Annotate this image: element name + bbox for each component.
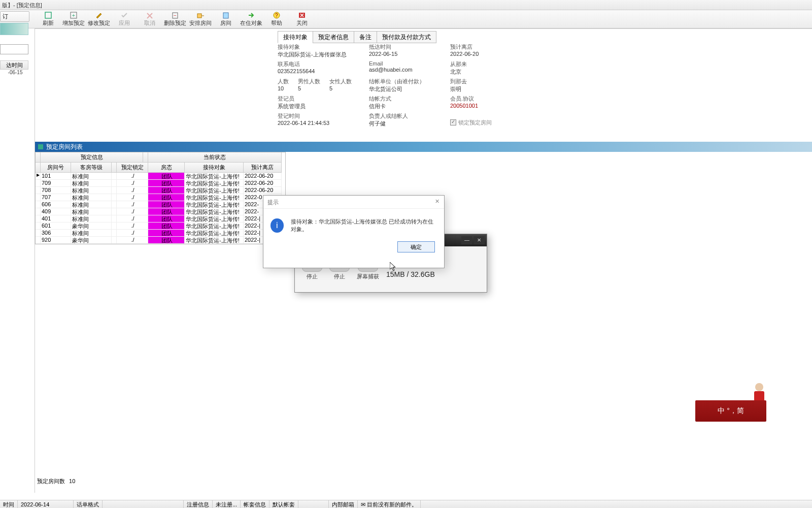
status-acct-label: 帐套信息: [241, 500, 269, 509]
col-room[interactable]: 房间号: [41, 163, 71, 173]
edit-icon: [95, 12, 103, 19]
val-guest: 华北国际货运-上海传媒张总: [278, 51, 359, 58]
apply-button[interactable]: 应用: [112, 10, 137, 28]
dialog-ok-button[interactable]: 确定: [397, 241, 435, 252]
cancel-icon: [146, 12, 154, 19]
edit-booking-button[interactable]: 修改预定: [86, 10, 112, 28]
room-count-bar: 预定房间数 10: [35, 478, 812, 485]
svg-rect-0: [45, 12, 51, 18]
status-reg-label: 注册信息: [184, 500, 213, 509]
add-icon: +: [70, 12, 78, 19]
assign-icon: [196, 12, 205, 19]
status-bar: 时间 2022-06-14 22:42:01 话单格式 注册信息 未注册... …: [0, 500, 812, 508]
status-mail-label: 内部邮箱: [329, 500, 358, 509]
lock-room-label: 锁定预定房间: [458, 119, 492, 126]
room-button[interactable]: 房间: [213, 10, 239, 28]
val-count: 10: [278, 85, 289, 91]
val-regtime: 2022-06-14 21:44:53: [278, 120, 359, 126]
status-format: 话单格式: [74, 500, 103, 509]
label-paymethod: 结帐方式: [369, 95, 440, 103]
val-member[interactable]: 200501001: [450, 103, 521, 109]
val-departure: 2022-06-20: [450, 51, 521, 57]
label-departure: 预计离店: [450, 43, 521, 51]
refresh-icon: [44, 12, 52, 19]
checkin-button[interactable]: 在住对象: [239, 10, 264, 28]
close-button[interactable]: 关闭: [289, 10, 315, 28]
table-row[interactable]: 606 标准间 ./ 团队 华北国际货运-上海传! 2022-: [36, 201, 285, 208]
label-from: 从那来: [450, 60, 521, 68]
check-icon: [120, 12, 128, 19]
tab-guest[interactable]: 接待对象: [278, 31, 313, 43]
label-guest: 接待对象: [278, 43, 359, 51]
col-guest[interactable]: 接待对象: [185, 163, 244, 173]
table-row[interactable]: 709 标准间 ./ 团队 华北国际货运-上海传! 2022-06-20: [36, 180, 285, 187]
table-row[interactable]: 920 豪华间 ./ 团队 华北国际货运-上海传! 2022-|: [36, 237, 285, 244]
ime-indicator[interactable]: 中 °，简: [695, 400, 766, 422]
col-status[interactable]: 房态: [148, 163, 185, 173]
status-reg: 未注册...: [213, 500, 241, 509]
col-grade[interactable]: 客房等级: [71, 163, 112, 173]
table-row[interactable]: 306 标准间 ./ 团队 华北国际货运-上海传! 2022-|: [36, 230, 285, 237]
refresh-button[interactable]: 刷新: [36, 10, 61, 28]
tab-remark[interactable]: 备注: [354, 31, 377, 43]
detail-tabs: 接待对象 预定者信息 备注 预付款及付款方式: [278, 31, 436, 43]
left-panel-fragment: 订 达时间 -06-15: [0, 10, 30, 71]
val-arrival: 2022-06-15: [369, 51, 440, 57]
recorder-minimize[interactable]: —: [461, 236, 472, 244]
grid-group-status: 当前状态: [148, 152, 282, 163]
table-row[interactable]: ▶ 101 标准间 ./ 团队 华北国际货运-上海传! 2022-06-20: [36, 173, 285, 180]
dialog-close-button[interactable]: ✕: [433, 198, 441, 206]
col-dep[interactable]: 预计离店: [244, 163, 282, 173]
val-registrar: 系统管理员: [278, 103, 359, 110]
val-phone: 023522155644: [278, 68, 359, 74]
main-toolbar: 刷新 +增加预定 修改预定 应用 取消 −删除预定 安排房间 房间 在住对象 ?…: [0, 10, 812, 28]
svg-text:+: +: [72, 13, 75, 18]
delete-icon: −: [171, 12, 179, 19]
label-regtime: 登记时间: [278, 112, 359, 120]
label-payer: 负责人或结帐人: [369, 112, 440, 120]
delete-booking-button[interactable]: −删除预定: [162, 10, 188, 28]
table-row[interactable]: 708 标准间 ./ 团队 华北国际货运-上海传! 2022-06-20: [36, 187, 285, 194]
val-email: asd@huabei.com: [369, 67, 440, 73]
label-member: 会员.协议: [450, 95, 521, 103]
svg-text:?: ?: [275, 13, 278, 18]
dialog-title: 提示✕: [263, 196, 444, 209]
info-dialog: 提示✕ i 接待对象：华北国际货运-上海传媒张总 已经成功转为在住对象。 确定: [263, 195, 445, 268]
status-time: 2022-06-14 22:42:01: [18, 500, 74, 509]
help-button[interactable]: ?帮助: [264, 10, 289, 28]
col-lock[interactable]: 预定锁定: [117, 163, 148, 173]
val-paymethod: 信用卡: [369, 103, 440, 110]
grid-group-booking: 预定信息: [41, 152, 143, 163]
table-row[interactable]: 707 标准间 ./ 团队 华北国际货运-上海传! 2022-0: [36, 194, 285, 201]
val-from: 北京: [450, 68, 521, 76]
recorder-size: 15MB / 32.6GB: [386, 270, 446, 278]
label-registrar: 登记员: [278, 95, 359, 103]
tab-booker[interactable]: 预定者信息: [313, 31, 354, 43]
close-icon: [298, 12, 306, 19]
left-tab[interactable]: 订: [0, 11, 29, 22]
status-mail: ✉ 目前没有新的邮件。: [358, 500, 421, 509]
cancel-button[interactable]: 取消: [137, 10, 162, 28]
svg-rect-5: [197, 14, 201, 18]
val-payer: 何子健: [369, 120, 440, 128]
add-booking-button[interactable]: +增加预定: [61, 10, 86, 28]
table-row[interactable]: 601 豪华间 ./ 团队 华北国际货运-上海传! 2022-|: [36, 223, 285, 230]
tab-payment[interactable]: 预付款及付款方式: [377, 31, 436, 43]
arrow-right-icon: [247, 12, 255, 19]
dialog-message: 接待对象：华北国际货运-上海传媒张总 已经成功转为在住对象。: [291, 218, 437, 233]
val-male: 5: [298, 85, 320, 91]
label-to: 到那去: [450, 78, 521, 85]
label-male: 男性人数: [298, 78, 320, 85]
svg-rect-17: [754, 391, 764, 401]
table-row[interactable]: 409 标准间 ./ 团队 华北国际货运-上海传! 2022-: [36, 208, 285, 215]
val-to: 崇明: [450, 85, 521, 93]
mail-icon: ✉: [361, 501, 365, 507]
table-row[interactable]: 401 标准间 ./ 团队 华北国际货运-上海传! 2022-|: [36, 215, 285, 223]
lock-room-checkbox[interactable]: [450, 119, 456, 125]
window-title-bar: 版】- [预定信息]: [0, 0, 812, 10]
assign-room-button[interactable]: 安排房间: [188, 10, 213, 28]
left-input[interactable]: [0, 44, 28, 54]
room-grid[interactable]: 预定信息 当前状态 房间号 客房等级 预定锁定 房态 接待对象 预计离店 ▶ 1…: [35, 152, 286, 244]
label-count: 人数: [278, 78, 289, 85]
recorder-close[interactable]: ✕: [473, 236, 485, 244]
